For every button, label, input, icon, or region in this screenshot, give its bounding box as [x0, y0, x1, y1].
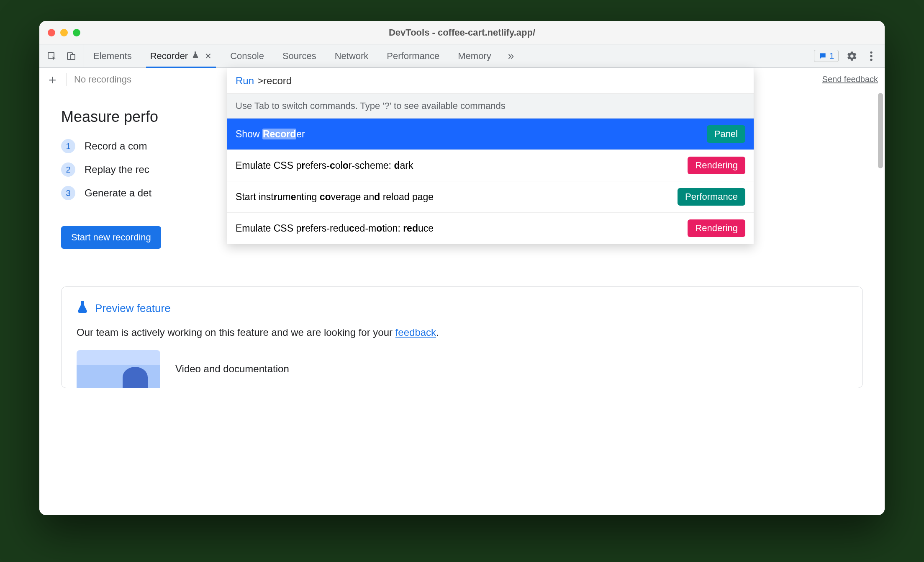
- command-item[interactable]: Show RecorderPanel: [227, 119, 754, 150]
- devtools-window: DevTools - coffee-cart.netlify.app/ Elem…: [39, 21, 885, 515]
- device-toolbar-icon[interactable]: [65, 50, 77, 62]
- tab-label: Recorder: [150, 51, 188, 62]
- command-item-badge: Panel: [707, 125, 745, 143]
- step-text: Record a com: [85, 140, 147, 152]
- tabstrip-right: 1: [806, 44, 885, 67]
- command-item-label: Emulate CSS prefers-reduced-motion: redu…: [236, 223, 434, 234]
- chevron-right-icon: »: [508, 49, 514, 62]
- command-input-row[interactable]: Run >record: [227, 68, 754, 93]
- step-text: Generate a det: [85, 187, 151, 199]
- svg-point-3: [870, 51, 872, 53]
- window-titlebar: DevTools - coffee-cart.netlify.app/: [39, 21, 885, 44]
- start-new-recording-button[interactable]: Start new recording: [61, 226, 161, 249]
- inspect-tools: [39, 44, 84, 67]
- messages-count: 1: [829, 51, 834, 61]
- tab-label: Console: [230, 51, 264, 62]
- command-input-text: >record: [257, 75, 292, 87]
- settings-icon[interactable]: [846, 50, 858, 62]
- svg-point-4: [870, 55, 872, 57]
- tab-console[interactable]: Console: [221, 44, 273, 67]
- step-number: 3: [61, 186, 75, 200]
- command-item-badge: Performance: [678, 188, 745, 206]
- more-icon[interactable]: [865, 50, 877, 62]
- command-results-list: Show RecorderPanelEmulate CSS prefers-co…: [227, 119, 754, 244]
- tab-label: Elements: [93, 51, 132, 62]
- command-item-badge: Rendering: [688, 157, 745, 174]
- command-item-label: Start instrumenting coverage and reload …: [236, 191, 434, 203]
- tab-recorder[interactable]: Recorder ✕: [141, 44, 221, 67]
- preview-feature-card: Preview feature Our team is actively wor…: [61, 286, 863, 388]
- preview-title: Preview feature: [95, 302, 171, 315]
- send-feedback-link[interactable]: Send feedback: [822, 75, 878, 84]
- window-minimize-button[interactable]: [60, 29, 68, 36]
- tab-elements[interactable]: Elements: [84, 44, 141, 67]
- feedback-link[interactable]: feedback: [395, 327, 436, 338]
- devtools-tabstrip: Elements Recorder ✕ Console Sources Netw…: [39, 44, 885, 68]
- command-item-badge: Rendering: [688, 219, 745, 237]
- tab-memory[interactable]: Memory: [449, 44, 500, 67]
- inspect-element-icon[interactable]: [46, 50, 58, 62]
- command-item-label: Show Recorder: [236, 129, 305, 140]
- window-title: DevTools - coffee-cart.netlify.app/: [39, 27, 885, 38]
- preview-body: Our team is actively working on this fea…: [77, 327, 847, 338]
- command-menu: Run >record Use Tab to switch commands. …: [227, 68, 754, 244]
- close-icon[interactable]: ✕: [205, 51, 212, 61]
- preview-body-text: Our team is actively working on this fea…: [77, 327, 395, 338]
- tab-label: Performance: [387, 51, 439, 62]
- tab-performance[interactable]: Performance: [377, 44, 449, 67]
- window-close-button[interactable]: [48, 29, 55, 36]
- tab-label: Network: [335, 51, 369, 62]
- panel-tabs: Elements Recorder ✕ Console Sources Netw…: [84, 44, 501, 67]
- svg-rect-2: [71, 54, 75, 59]
- tab-sources[interactable]: Sources: [273, 44, 326, 67]
- message-icon: [819, 52, 827, 60]
- vertical-scrollbar[interactable]: [878, 93, 883, 168]
- window-zoom-button[interactable]: [73, 29, 80, 36]
- preview-media-row: Video and documentation: [77, 350, 847, 388]
- preview-media-title: Video and documentation: [175, 363, 289, 375]
- svg-point-5: [870, 58, 872, 60]
- tab-label: Memory: [458, 51, 491, 62]
- video-thumbnail[interactable]: [77, 350, 160, 388]
- step-text: Replay the rec: [85, 164, 149, 175]
- recordings-placeholder: No recordings: [74, 74, 131, 85]
- messages-chip[interactable]: 1: [814, 50, 839, 62]
- traffic-lights: [39, 29, 80, 36]
- preview-body-suffix: .: [436, 327, 439, 338]
- tabs-overflow-button[interactable]: »: [501, 44, 521, 67]
- command-item[interactable]: Start instrumenting coverage and reload …: [227, 181, 754, 213]
- command-item[interactable]: Emulate CSS prefers-reduced-motion: redu…: [227, 213, 754, 244]
- command-mode-label: Run: [236, 75, 254, 87]
- flask-icon: [77, 300, 88, 317]
- new-recording-icon[interactable]: ＋: [46, 73, 67, 86]
- step-number: 2: [61, 162, 75, 177]
- command-item[interactable]: Emulate CSS prefers-color-scheme: darkRe…: [227, 150, 754, 181]
- command-hint: Use Tab to switch commands. Type '?' to …: [227, 93, 754, 119]
- command-item-label: Emulate CSS prefers-color-scheme: dark: [236, 160, 413, 171]
- step-number: 1: [61, 139, 75, 153]
- experiment-icon: [192, 51, 199, 61]
- tab-network[interactable]: Network: [326, 44, 378, 67]
- tab-label: Sources: [282, 51, 316, 62]
